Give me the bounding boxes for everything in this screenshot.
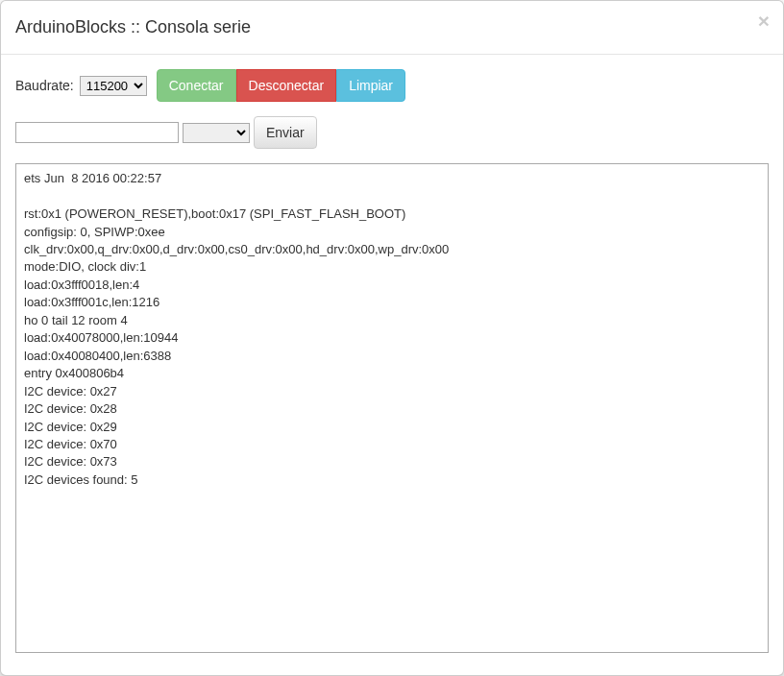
clear-button[interactable]: Limpiar [336,69,405,102]
modal-body: Baudrate: 115200 Conectar Desconectar Li… [1,55,783,670]
modal-header: ArduinoBlocks :: Consola serie [1,1,783,55]
baudrate-toolbar: Baudrate: 115200 Conectar Desconectar Li… [15,69,769,102]
connection-button-group: Conectar Desconectar Limpiar [157,69,405,102]
modal-title: ArduinoBlocks :: Consola serie [15,15,769,39]
send-input[interactable] [15,122,179,143]
baudrate-select[interactable]: 115200 [80,76,147,96]
send-toolbar: Enviar [15,116,769,149]
disconnect-button[interactable]: Desconectar [236,69,337,102]
send-button[interactable]: Enviar [254,116,317,149]
baudrate-label: Baudrate: [15,78,74,93]
close-button[interactable]: × [758,11,770,31]
serial-console-modal: × ArduinoBlocks :: Consola serie Baudrat… [0,0,784,676]
connect-button[interactable]: Conectar [157,69,236,102]
line-ending-select[interactable] [183,123,250,143]
console-output[interactable] [15,163,769,653]
